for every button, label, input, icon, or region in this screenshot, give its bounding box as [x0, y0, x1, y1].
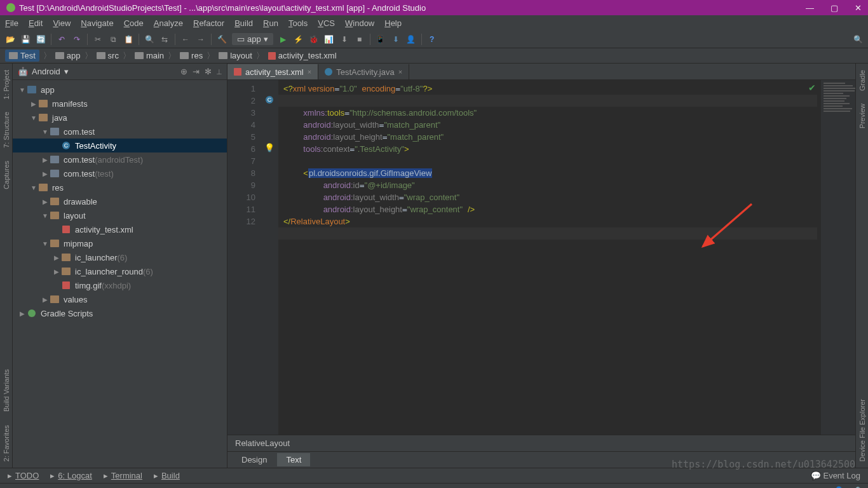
- module-selector[interactable]: ▭ app ▾: [232, 33, 273, 45]
- tree-node[interactable]: ▶com.test (test): [13, 166, 227, 180]
- replace-icon[interactable]: ⇆: [159, 34, 170, 44]
- save-icon[interactable]: 💾: [20, 34, 31, 44]
- tool-window-favorites[interactable]: 2: Favorites: [3, 425, 10, 461]
- tool-window-devicefileexplorer[interactable]: Device File Explorer: [858, 399, 866, 461]
- tool-window-buildvariants[interactable]: Build Variants: [3, 369, 10, 412]
- forward-icon[interactable]: →: [196, 34, 206, 44]
- cut-icon[interactable]: ✂: [93, 34, 103, 44]
- tool-window-button[interactable]: ▸ 6: Logcat: [50, 471, 92, 480]
- tree-node[interactable]: ▶values: [13, 292, 227, 306]
- debug-icon[interactable]: 🐞: [309, 34, 319, 44]
- breadcrumb-item[interactable]: layout: [219, 51, 252, 60]
- back-icon[interactable]: ←: [180, 34, 191, 44]
- code-editor[interactable]: <?xml version="1.0" encoding="utf-8"?> <…: [278, 80, 821, 435]
- code-minimap[interactable]: [821, 80, 855, 435]
- editor-tab[interactable]: TestActivity.java×: [318, 64, 409, 79]
- menu-tools[interactable]: Tools: [288, 18, 308, 28]
- separator: [175, 34, 175, 45]
- make-icon[interactable]: 🔨: [217, 34, 227, 44]
- tree-node[interactable]: ▼com.test: [13, 125, 227, 139]
- breadcrumb-item[interactable]: res: [180, 51, 203, 60]
- tree-node[interactable]: ▼java: [13, 111, 227, 125]
- tree-node[interactable]: ▼layout: [13, 208, 227, 222]
- avd-icon[interactable]: 📱: [376, 34, 386, 44]
- menu-vcs[interactable]: VCS: [318, 18, 335, 28]
- project-tree[interactable]: ▼app▶manifests▼java▼com.testCTestActivit…: [13, 80, 227, 323]
- undo-icon[interactable]: ↶: [57, 34, 67, 44]
- menu-navigate[interactable]: Navigate: [81, 18, 113, 28]
- tool-window-project[interactable]: 1: Project: [3, 70, 10, 99]
- minimize-button[interactable]: —: [806, 3, 814, 13]
- sdk-icon[interactable]: ⬇: [391, 34, 401, 44]
- search-everywhere-icon[interactable]: 🔍: [853, 34, 863, 44]
- menu-help[interactable]: Help: [384, 18, 402, 28]
- event-log-button[interactable]: 💬 Event Log: [811, 471, 860, 480]
- breadcrumb-item[interactable]: main: [135, 51, 164, 60]
- breadcrumb-item[interactable]: activity_test.xml: [268, 51, 337, 60]
- editor-tab[interactable]: activity_test.xml×: [227, 64, 318, 79]
- tree-node[interactable]: ▶ic_launcher_round (6): [13, 264, 227, 278]
- separator: [51, 34, 51, 45]
- close-tab-icon[interactable]: ×: [308, 68, 311, 76]
- tree-node[interactable]: ▶drawable: [13, 194, 227, 208]
- apply-changes-icon[interactable]: ⚡: [294, 34, 304, 44]
- open-icon[interactable]: 📂: [5, 34, 15, 44]
- tree-node[interactable]: ▼res: [13, 180, 227, 194]
- menu-build[interactable]: Build: [234, 18, 253, 28]
- menu-window[interactable]: Window: [345, 18, 374, 28]
- hide-icon[interactable]: ⟂: [217, 67, 222, 76]
- menu-code[interactable]: Code: [124, 18, 144, 28]
- maximize-button[interactable]: ▢: [831, 3, 838, 13]
- help-icon[interactable]: ?: [427, 34, 437, 44]
- menu-analyze[interactable]: Analyze: [154, 18, 183, 28]
- breadcrumb-item[interactable]: Test: [5, 50, 39, 62]
- close-button[interactable]: ✕: [855, 3, 862, 13]
- copy-icon[interactable]: ⧉: [108, 34, 118, 44]
- close-tab-icon[interactable]: ×: [398, 68, 402, 76]
- tool-window-button[interactable]: ▸ Build: [154, 471, 180, 480]
- attach-icon[interactable]: ⬇: [339, 34, 349, 44]
- sync-icon[interactable]: 🔄: [36, 34, 46, 44]
- menu-edit[interactable]: Edit: [29, 18, 43, 28]
- inspections-ok-icon[interactable]: ✔: [808, 83, 816, 93]
- stop-icon[interactable]: ■: [355, 34, 365, 44]
- tool-window-button[interactable]: ▸ TODO: [8, 471, 39, 480]
- menu-view[interactable]: View: [53, 18, 71, 28]
- editor-body[interactable]: ✔ 123456789101112 C💡 <?xml version="1.0"…: [227, 80, 855, 435]
- tree-node[interactable]: ▶com.test (androidTest): [13, 152, 227, 166]
- tool-window-gradle[interactable]: Gradle: [858, 70, 866, 91]
- menu-run[interactable]: Run: [263, 18, 278, 28]
- profile-icon[interactable]: 📊: [324, 34, 334, 44]
- gradle-icon[interactable]: 👤: [406, 34, 416, 44]
- menu-file[interactable]: File: [5, 18, 18, 28]
- structure-breadcrumb[interactable]: RelativeLayout: [227, 435, 855, 451]
- tool-window-button[interactable]: ▸ Terminal: [104, 471, 142, 480]
- tree-node[interactable]: ▼mipmap: [13, 236, 227, 250]
- chevron-down-icon[interactable]: ▾: [64, 67, 69, 76]
- collapse-icon[interactable]: ⇥: [193, 67, 200, 76]
- tree-node[interactable]: ▶Gradle Scripts: [13, 306, 227, 320]
- tree-node[interactable]: ▶manifests: [13, 97, 227, 111]
- redo-icon[interactable]: ↷: [72, 34, 82, 44]
- tree-node[interactable]: CTestActivity: [13, 139, 227, 152]
- find-icon[interactable]: 🔍: [144, 34, 154, 44]
- target-icon[interactable]: ⊕: [180, 67, 187, 76]
- tree-node[interactable]: timg.gif (xxhdpi): [13, 278, 227, 292]
- paste-icon[interactable]: 📋: [123, 34, 133, 44]
- breadcrumb-item[interactable]: app: [55, 51, 81, 60]
- design-tab-text[interactable]: Text: [277, 453, 310, 466]
- tree-node[interactable]: ▼app: [13, 83, 227, 97]
- tree-node[interactable]: activity_test.xml: [13, 222, 227, 236]
- module-icon: ▭: [237, 34, 245, 44]
- project-mode[interactable]: Android: [32, 67, 60, 76]
- tool-window-structure[interactable]: 7: Structure: [3, 112, 10, 148]
- tool-window-captures[interactable]: Captures: [3, 161, 10, 189]
- run-icon[interactable]: ▶: [278, 34, 288, 44]
- breadcrumb-item[interactable]: src: [97, 51, 119, 60]
- menu-refactor[interactable]: Refactor: [193, 18, 224, 28]
- line-number-gutter: 123456789101112: [227, 80, 261, 435]
- tree-node[interactable]: ▶ic_launcher (6): [13, 250, 227, 264]
- design-tab-design[interactable]: Design: [233, 453, 276, 466]
- gear-icon[interactable]: ✻: [205, 67, 212, 76]
- tool-window-preview[interactable]: Preview: [858, 104, 866, 128]
